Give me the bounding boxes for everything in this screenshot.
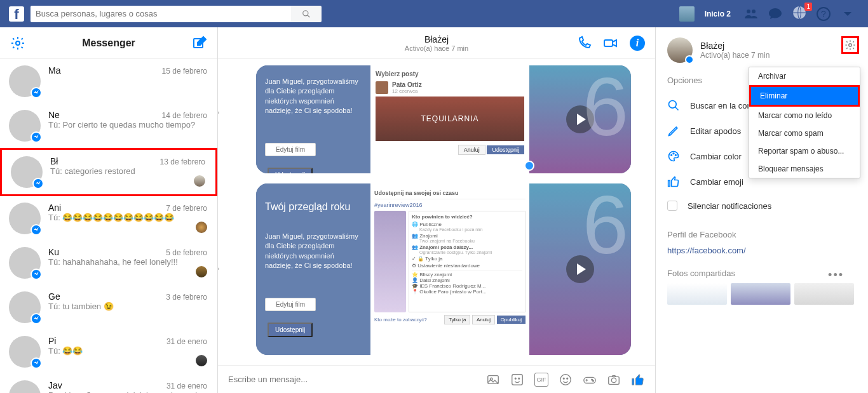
- home-link[interactable]: Inicio 2: [698, 10, 737, 18]
- tequilarnia: TEQUILARNIA: [376, 97, 524, 141]
- more-icon[interactable]: •••: [828, 269, 844, 282]
- compose-icon[interactable]: [192, 36, 207, 51]
- avatar: [9, 203, 41, 234]
- pencil-icon: [667, 124, 680, 137]
- conversation-item-selected[interactable]: BłTú: categories restored 13 de febrero: [0, 148, 217, 196]
- contact-status: Activo(a) hace 7 min: [700, 51, 770, 60]
- messages-icon[interactable]: [768, 6, 783, 22]
- home-label: Inicio: [705, 10, 724, 18]
- svg-point-25: [673, 153, 674, 154]
- settings-icon[interactable]: [10, 36, 25, 51]
- gif-icon[interactable]: GIF: [534, 373, 548, 387]
- shared-post[interactable]: Juan Miguel, przygotowaliśmy dla Ciebie …: [256, 65, 631, 173]
- conv-date: 7 de febrero: [166, 204, 207, 213]
- home-count: 2: [726, 10, 731, 18]
- conversation-item[interactable]: NeTú: Por cierto te quedas mucho tiempo?…: [0, 103, 217, 148]
- conv-date: 31 de enero: [166, 382, 207, 390]
- photo-thumb[interactable]: [667, 283, 727, 305]
- share-button[interactable]: Udostępnij: [268, 168, 313, 173]
- ctx-spam[interactable]: Marcar como spam: [749, 124, 860, 142]
- avatar: [9, 336, 41, 368]
- messenger-badge-icon: [31, 87, 42, 98]
- video-icon[interactable]: [603, 36, 618, 51]
- chat-pane: Błażej Activo(a) hace 7 min i Juan Migue…: [218, 27, 655, 393]
- conv-preview: Po si los años pesan jajajaja gracias un…: [48, 390, 208, 393]
- share-icon[interactable]: [218, 103, 220, 115]
- conversation-item[interactable]: PiTú: 😂😂 31 de enero: [0, 330, 217, 374]
- conversation-item[interactable]: GeTú: tu tambien 😉 3 de febrero: [0, 285, 217, 330]
- hashtag: #yearinreview2016: [374, 202, 526, 208]
- udostepnij-button[interactable]: Udostępnij: [487, 145, 524, 154]
- svg-point-5: [16, 41, 20, 45]
- ctx-archive[interactable]: Archivar: [749, 67, 860, 85]
- post-text: Juan Miguel, przygotowaliśmy dla Ciebie …: [265, 77, 362, 116]
- context-menu: Archivar Eliminar Marcar como no leído M…: [749, 67, 860, 178]
- sticker-icon[interactable]: [510, 373, 524, 387]
- conv-date: 13 de febrero: [160, 157, 205, 166]
- conversation-item[interactable]: Ma 15 de febrero: [0, 59, 217, 103]
- conversation-item[interactable]: JavPo si los años pesan jajajaja gracias…: [0, 374, 217, 393]
- svg-rect-10: [512, 374, 523, 385]
- chat-header: Błażej Activo(a) hace 7 min i: [218, 27, 655, 59]
- conversation-item[interactable]: KuTú: hahahahahaha, he feel lonely!!! 5 …: [0, 241, 217, 285]
- avatar: [9, 380, 41, 393]
- svg-point-20: [611, 378, 616, 382]
- share-button[interactable]: Udostępnij: [268, 323, 313, 337]
- shared-post[interactable]: Twój przegląd roku Juan Miguel, przygoto…: [256, 183, 631, 355]
- games-icon[interactable]: [583, 373, 597, 387]
- opt-label: Cambiar color: [690, 152, 742, 161]
- svg-point-14: [563, 378, 564, 379]
- ctx-unread[interactable]: Marcar como no leído: [749, 107, 860, 124]
- svg-point-15: [567, 378, 568, 379]
- info-icon[interactable]: i: [630, 36, 645, 51]
- option-mute[interactable]: Silenciar notificaciones: [667, 194, 857, 217]
- details-header: Błażej Activo(a) hace 7 min: [667, 37, 857, 63]
- dropdown-icon[interactable]: [840, 6, 855, 22]
- ctx-report[interactable]: Reportar spam o abuso...: [749, 142, 860, 160]
- chat-body: Juan Miguel, przygotowaliśmy dla Ciebie …: [218, 59, 655, 365]
- svg-point-13: [560, 374, 571, 385]
- help-icon[interactable]: ?: [816, 6, 831, 22]
- profile-avatar[interactable]: [679, 6, 695, 22]
- facebook-logo[interactable]: f: [9, 6, 24, 22]
- avatar[interactable]: [667, 37, 693, 63]
- checkbox[interactable]: [667, 201, 677, 211]
- photo-icon[interactable]: [486, 373, 500, 387]
- svg-point-17: [592, 379, 593, 380]
- edit-button[interactable]: Edytuj film: [265, 143, 316, 156]
- opt-label: Cambiar emoji: [690, 177, 743, 187]
- seen-avatar: [196, 266, 207, 277]
- like-icon[interactable]: [631, 373, 645, 387]
- facebook-profile-link[interactable]: https://facebook.com/: [667, 246, 746, 255]
- anuluj-button[interactable]: Anuluj: [458, 145, 485, 155]
- sidebar-title: Messenger: [82, 37, 135, 49]
- photo-thumb[interactable]: [731, 283, 790, 305]
- avatar: [9, 110, 41, 142]
- photo-thumb[interactable]: [794, 283, 854, 305]
- messenger-badge-icon: [685, 55, 694, 64]
- settings-gear-highlighted[interactable]: [841, 36, 859, 54]
- shared-photos: [667, 283, 857, 305]
- search-input[interactable]: [31, 6, 291, 22]
- camera-icon[interactable]: [607, 373, 621, 387]
- conv-preview: Tú: categories restored: [50, 166, 207, 176]
- search-wrap: [31, 6, 322, 22]
- ctx-block[interactable]: Bloquear mensajes: [749, 160, 860, 178]
- message-input[interactable]: [228, 375, 476, 384]
- conversation-item[interactable]: AniTú: 😂😂😂😂😂😂😂😂😂😂😂 7 de febrero: [0, 196, 217, 241]
- conversation-sidebar: Messenger Ma 15 de febrero NeTú: Por cie…: [0, 27, 218, 393]
- opt-label: Editar apodos: [690, 126, 741, 136]
- friend-requests-icon[interactable]: [743, 6, 759, 22]
- ctx-delete[interactable]: Eliminar: [749, 85, 860, 107]
- share-icon[interactable]: [218, 260, 220, 271]
- svg-point-0: [303, 10, 308, 15]
- call-icon[interactable]: [576, 36, 592, 51]
- conv-date: 14 de febrero: [162, 111, 207, 120]
- notifications-wrap[interactable]: 1: [789, 5, 810, 23]
- conv-preview: Tú: tu tambien 😉: [48, 302, 208, 311]
- contact-name: Błażej: [700, 41, 770, 51]
- messenger-badge-icon: [31, 131, 42, 143]
- edit-button[interactable]: Edytuj film: [265, 298, 316, 311]
- emoji-icon[interactable]: [559, 373, 573, 387]
- search-button[interactable]: [291, 6, 322, 22]
